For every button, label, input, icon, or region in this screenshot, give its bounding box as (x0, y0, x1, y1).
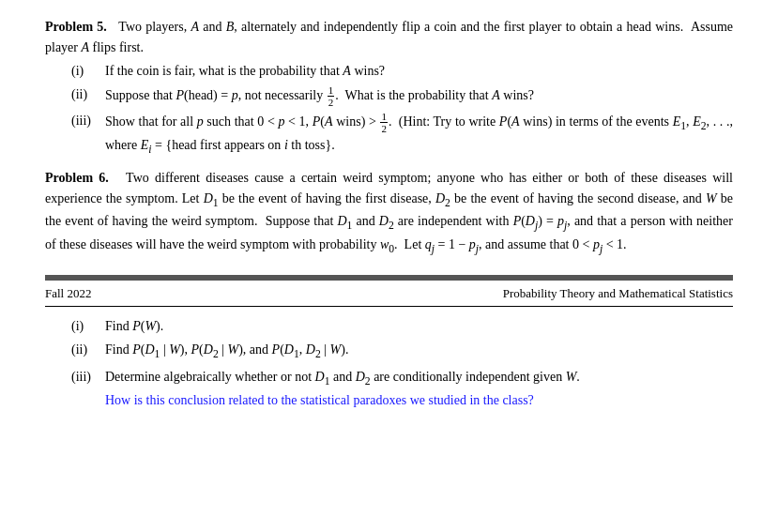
item-content-i: If the coin is fair, what is the probabi… (105, 61, 733, 82)
footer: Fall 2022 Probability Theory and Mathema… (45, 281, 733, 307)
page: Problem 5. Two players, A and B, alterna… (0, 0, 778, 532)
problem-5-label: Problem 5. (45, 20, 107, 34)
top-section: Problem 5. Two players, A and B, alterna… (45, 17, 733, 267)
item-label-i: (i) (71, 61, 105, 82)
these-word: these (631, 171, 658, 185)
bottom-label-i: (i) (71, 316, 105, 337)
footer-right: Probability Theory and Mathematical Stat… (503, 284, 733, 303)
bottom-content-i: Find P(W). (105, 316, 733, 337)
problem-6-item-ii: (ii) Find P(D1 | W), P(D2 | W), and P(D1… (71, 340, 733, 363)
problem-5-item-i: (i) If the coin is fair, what is the pro… (71, 61, 733, 82)
problem-5-items: (i) If the coin is fair, what is the pro… (71, 61, 733, 158)
blue-text: How is this conclusion related to the st… (105, 393, 534, 407)
item-content-iii: Show that for all p such that 0 < p < 1,… (105, 111, 733, 159)
item-label-iii: (iii) (71, 111, 105, 159)
problem-5-item-iii: (iii) Show that for all p such that 0 < … (71, 111, 733, 159)
problem-6-item-iii: (iii) Determine algebraically whether or… (71, 367, 733, 411)
footer-left: Fall 2022 (45, 284, 91, 303)
problem-6-label: Problem 6. (45, 171, 109, 185)
problem-5: Problem 5. Two players, A and B, alterna… (45, 17, 733, 159)
problem-5-item-ii: (ii) Suppose that P(head) = p, not neces… (71, 84, 733, 108)
problem-5-text: Problem 5. Two players, A and B, alterna… (45, 17, 733, 57)
bottom-content-iii: Determine algebraically whether or not D… (105, 367, 733, 411)
problem-6: Problem 6. Two different diseases cause … (45, 168, 733, 258)
problem-6-items: (i) Find P(W). (ii) Find P(D1 | W), P(D2… (71, 316, 733, 411)
item-content-ii: Suppose that P(head) = p, not necessaril… (105, 84, 733, 108)
problem-6-text: Problem 6. Two different diseases cause … (45, 168, 733, 258)
bottom-content-ii: Find P(D1 | W), P(D2 | W), and P(D1, D2 … (105, 340, 733, 363)
bottom-label-iii: (iii) (71, 367, 105, 411)
bottom-label-ii: (ii) (71, 340, 105, 363)
bottom-section: (i) Find P(W). (ii) Find P(D1 | W), P(D2… (45, 316, 733, 532)
item-label-ii: (ii) (71, 84, 105, 108)
problem-6-item-i: (i) Find P(W). (71, 316, 733, 337)
